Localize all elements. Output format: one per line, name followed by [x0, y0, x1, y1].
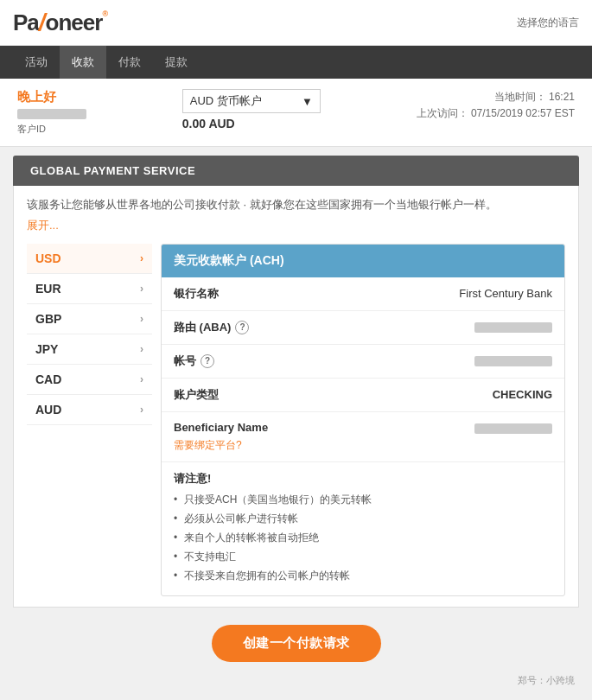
- service-description: 该服务让您能够从世界各地的公司接收付款 · 就好像您在这些国家拥有一个当地银行帐…: [27, 196, 565, 214]
- currency-container: USD › EUR › GBP › JPY › CAD › AUD ›: [27, 244, 565, 596]
- notice-item-4: 不支持电汇: [174, 549, 552, 564]
- notice-item-5: 不接受来自您拥有的公司帐户的转帐: [174, 568, 552, 583]
- routing-label: 路由 (ABA) ?: [174, 320, 249, 335]
- currency-list: USD › EUR › GBP › JPY › CAD › AUD ›: [27, 244, 152, 596]
- notice-section: 请注意! 只接受ACH（美国当地银行）的美元转帐 必须从公司帐户进行转帐 来自个…: [162, 462, 564, 595]
- notice-list: 只接受ACH（美国当地银行）的美元转帐 必须从公司帐户进行转帐 来自个人的转帐将…: [174, 492, 552, 583]
- account-number-value-blurred: [474, 356, 552, 366]
- bank-name-label: 银行名称: [174, 286, 219, 302]
- customer-id-bar: [17, 109, 86, 119]
- notice-item-3: 来自个人的转帐将被自动拒绝: [174, 530, 552, 545]
- chevron-jpy: ›: [140, 343, 143, 355]
- top-bar: Pa / oneer ® 选择您的语言: [0, 0, 592, 46]
- detail-body: 银行名称 First Century Bank 路由 (ABA) ? 帐号 ?: [162, 277, 564, 595]
- logo-slash: /: [39, 9, 46, 36]
- create-payment-button[interactable]: 创建一个付款请求: [212, 625, 381, 662]
- chevron-cad: ›: [140, 373, 143, 385]
- account-number-label: 帐号 ?: [174, 353, 214, 369]
- beneficiary-name-value-blurred: [474, 423, 552, 434]
- greeting-text: 晚上好: [17, 89, 86, 105]
- notice-title: 请注意!: [174, 471, 552, 487]
- chevron-aud: ›: [140, 404, 143, 416]
- last-visit-value: 07/15/2019 02:57 EST: [471, 107, 575, 119]
- account-type-label: 账户类型: [174, 387, 219, 403]
- account-balance: 0.00 AUD: [182, 117, 235, 130]
- currency-aud[interactable]: AUD ›: [27, 395, 152, 425]
- logo-registered: ®: [102, 10, 108, 18]
- account-dropdown[interactable]: AUD 货币帐户 ▼: [182, 89, 321, 113]
- local-time-value: 16:21: [549, 91, 575, 103]
- gps-banner: GLOBAL PAYMENT SERVICE: [13, 156, 579, 186]
- header-section: 晚上好 客户ID AUD 货币帐户 ▼ 0.00 AUD 当地时间： 16:21…: [0, 79, 592, 147]
- currency-jpy-label: JPY: [35, 342, 58, 356]
- nav-activity[interactable]: 活动: [13, 46, 60, 79]
- customer-id-label: 客户ID: [17, 123, 86, 136]
- nav-pay[interactable]: 付款: [106, 46, 153, 79]
- notice-item-2: 必须从公司帐户进行转帐: [174, 511, 552, 526]
- main-content: 该服务让您能够从世界各地的公司接收付款 · 就好像您在这些国家拥有一个当地银行帐…: [13, 186, 579, 608]
- account-name: AUD 货币帐户: [190, 93, 262, 109]
- dropdown-arrow: ▼: [302, 95, 313, 108]
- currency-jpy[interactable]: JPY ›: [27, 334, 152, 365]
- logo: Pa / oneer ®: [13, 9, 108, 36]
- routing-row: 路由 (ABA) ?: [162, 311, 564, 345]
- routing-question-icon[interactable]: ?: [235, 321, 249, 334]
- nav-receive[interactable]: 收款: [60, 46, 106, 79]
- beneficiary-row: Beneficiary Name 需要绑定平台?: [162, 412, 564, 462]
- chevron-eur: ›: [140, 283, 143, 295]
- visit-info: 当地时间： 16:21 上次访问： 07/15/2019 02:57 EST: [417, 89, 575, 122]
- local-time-line: 当地时间： 16:21: [417, 89, 575, 105]
- chevron-gbp: ›: [140, 313, 143, 325]
- routing-value-blurred: [474, 322, 552, 333]
- currency-gbp-label: GBP: [35, 312, 61, 326]
- beneficiary-name-label: Beneficiary Name: [174, 421, 268, 434]
- account-selector-wrap: AUD 货币帐户 ▼ 0.00 AUD: [182, 89, 321, 130]
- currency-usd[interactable]: USD ›: [27, 244, 152, 274]
- logo-text2: oneer: [46, 10, 103, 36]
- language-selector[interactable]: 选择您的语言: [517, 16, 579, 30]
- chevron-usd: ›: [140, 252, 143, 264]
- account-question-icon[interactable]: ?: [201, 354, 214, 368]
- bank-name-row: 银行名称 First Century Bank: [162, 277, 564, 311]
- user-info: 晚上好 客户ID: [17, 89, 86, 136]
- create-button-wrap: 创建一个付款请求: [0, 608, 592, 671]
- currency-cad[interactable]: CAD ›: [27, 365, 152, 395]
- detail-header: 美元收款帐户 (ACH): [162, 245, 564, 277]
- currency-aud-label: AUD: [35, 403, 61, 417]
- notice-item-1: 只接受ACH（美国当地银行）的美元转帐: [174, 492, 552, 507]
- currency-cad-label: CAD: [35, 372, 61, 386]
- currency-eur-label: EUR: [35, 282, 61, 296]
- expand-link[interactable]: 展开...: [27, 218, 565, 233]
- detail-panel: 美元收款帐户 (ACH) 银行名称 First Century Bank 路由 …: [161, 244, 565, 596]
- account-type-row: 账户类型 CHECKING: [162, 379, 564, 412]
- account-number-row: 帐号 ?: [162, 345, 564, 379]
- last-visit-label: 上次访问：: [417, 107, 468, 119]
- logo-text: Pa: [13, 10, 39, 36]
- bind-platform-link[interactable]: 需要绑定平台?: [174, 438, 552, 453]
- currency-usd-label: USD: [35, 251, 61, 265]
- bank-name-value: First Century Bank: [459, 287, 552, 300]
- account-type-value: CHECKING: [493, 388, 552, 401]
- bottom-note: 郑号：小跨境: [0, 671, 592, 692]
- currency-eur[interactable]: EUR ›: [27, 274, 152, 304]
- nav-withdraw[interactable]: 提款: [153, 46, 200, 79]
- currency-gbp[interactable]: GBP ›: [27, 304, 152, 334]
- main-nav: 活动 收款 付款 提款: [0, 46, 592, 79]
- last-visit-line: 上次访问： 07/15/2019 02:57 EST: [417, 105, 575, 122]
- local-time-label: 当地时间：: [494, 91, 546, 103]
